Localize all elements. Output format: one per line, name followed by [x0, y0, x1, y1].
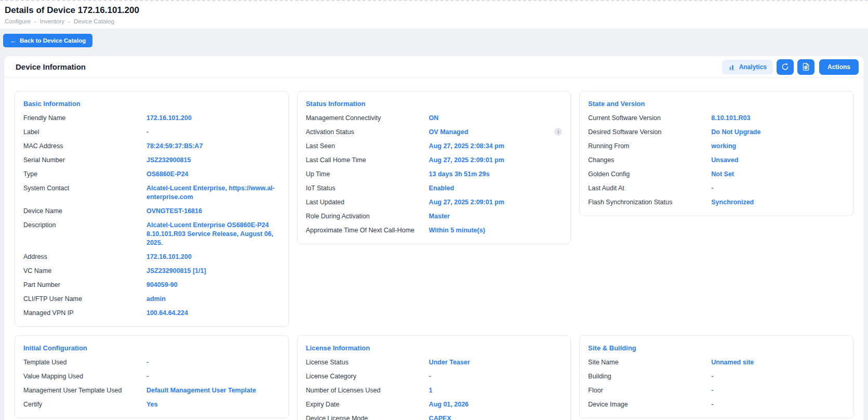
- export-download-button[interactable]: [797, 59, 814, 75]
- info-row: VC NameJSZ232900815 [1/1]: [23, 267, 280, 275]
- back-button-label: Back to Device Catalog: [20, 37, 86, 44]
- field-value: Aug 01, 2026: [429, 400, 563, 409]
- breadcrumb-item-device-catalog[interactable]: Device Catalog: [74, 18, 114, 25]
- page-header: Details of Device 172.16.101.200 Configu…: [0, 0, 868, 29]
- field-value: Aug 27, 2025 2:09:01 pm: [429, 156, 563, 165]
- info-row: Number of Licenses Used1: [306, 386, 563, 395]
- field-label: Last Call Home Time: [306, 156, 429, 165]
- field-label: Changes: [588, 156, 711, 165]
- info-row: Part Number904059-90: [23, 281, 280, 290]
- breadcrumb-item-inventory[interactable]: Inventory: [40, 18, 64, 25]
- field-value: Unsaved: [711, 156, 845, 165]
- info-icon[interactable]: i: [554, 128, 562, 136]
- field-value: -: [711, 184, 845, 193]
- card-rows: Friendly Name172.16.101.200Label-MAC Add…: [23, 114, 280, 318]
- info-row: ChangesUnsaved: [588, 156, 845, 165]
- info-row: Current Software Version8.10.101.R03: [588, 114, 845, 123]
- field-value: ON: [429, 114, 563, 123]
- info-row: Address172.16.101.200: [23, 253, 280, 261]
- field-value: -: [711, 386, 845, 395]
- info-card: Site & Building Site NameUnnamed siteBui…: [579, 335, 853, 418]
- field-value: -: [711, 400, 845, 409]
- field-label: Managed VPN IP: [23, 309, 146, 318]
- info-row: Building-: [588, 372, 845, 381]
- field-value: Yes: [146, 400, 280, 409]
- info-row: Value Mapping Used-: [23, 372, 280, 381]
- field-label: Description: [23, 221, 146, 230]
- field-value: Default Management User Template: [146, 386, 280, 395]
- field-value: -: [146, 358, 280, 367]
- card-title: Site & Building: [588, 344, 845, 352]
- field-label: Current Software Version: [588, 114, 711, 123]
- info-row: Desired Software VersionDo Not Upgrade: [588, 128, 845, 137]
- field-label: Golden Config: [588, 170, 711, 179]
- field-label: Number of Licenses Used: [306, 386, 429, 395]
- field-label: Last Audit At: [588, 184, 711, 193]
- info-row: IoT StatusEnabled: [306, 184, 563, 193]
- field-label: License Category: [306, 372, 429, 381]
- info-row: Up Time13 days 3h 51m 29s: [306, 170, 563, 179]
- field-value: Aug 27, 2025 2:08:34 pm: [429, 142, 563, 151]
- info-row: Golden ConfigNot Set: [588, 170, 845, 179]
- card-title: Status Information: [306, 99, 563, 108]
- card-title: Initial Configuration: [23, 344, 280, 352]
- info-card: License Information License StatusUnder …: [297, 335, 571, 420]
- back-to-device-catalog-button[interactable]: ← Back to Device Catalog: [3, 34, 92, 47]
- info-row: Device NameOVNGTEST-16816: [23, 207, 280, 216]
- field-value: -: [146, 128, 280, 137]
- field-value: Master: [429, 212, 563, 221]
- info-card: State and Version Current Software Versi…: [579, 91, 853, 216]
- info-row: System ContactAlcatel-Lucent Enterprise,…: [23, 184, 280, 202]
- field-value: CAPEX: [429, 414, 563, 420]
- field-value: JSZ232900815 [1/1]: [146, 267, 280, 275]
- field-label: Device Image: [588, 400, 711, 409]
- card-rows: Site NameUnnamed siteBuilding-Floor-Devi…: [588, 358, 845, 409]
- field-value: Aug 27, 2025 2:09:01 pm: [429, 198, 563, 207]
- field-value: working: [711, 142, 845, 151]
- cards-row-2: Initial Configuration Template Used-Valu…: [15, 335, 853, 420]
- field-value: 172.16.101.200: [146, 114, 280, 123]
- field-label: Approximate Time Of Next Call-Home: [306, 226, 429, 235]
- field-value: Synchronized: [711, 198, 845, 207]
- field-label: CLI/FTP User Name: [23, 295, 146, 304]
- field-value: JSZ232900815: [146, 156, 280, 165]
- field-label: Address: [23, 253, 146, 261]
- info-row: Template Used-: [23, 358, 280, 367]
- field-label: Building: [588, 372, 711, 381]
- field-value: 13 days 3h 51m 29s: [429, 170, 563, 179]
- analytics-button-label: Analytics: [739, 63, 767, 71]
- field-label: Serial Number: [23, 156, 146, 165]
- field-value: Not Set: [711, 170, 845, 179]
- field-label: Part Number: [23, 281, 146, 290]
- info-row: Last Call Home TimeAug 27, 2025 2:09:01 …: [306, 156, 563, 165]
- card-title: Basic Information: [23, 99, 280, 108]
- info-row: CLI/FTP User Nameadmin: [23, 295, 280, 304]
- field-label: IoT Status: [306, 184, 429, 193]
- analytics-button[interactable]: Analytics: [722, 60, 773, 74]
- field-label: Label: [23, 128, 146, 137]
- panel-toolbar: Analytics: [722, 59, 859, 75]
- actions-button[interactable]: Actions: [819, 59, 859, 75]
- field-value: Unnamed site: [711, 358, 845, 367]
- info-row: Serial NumberJSZ232900815: [23, 156, 280, 165]
- field-label: MAC Address: [23, 142, 146, 151]
- field-value: -: [146, 372, 280, 381]
- info-row: License StatusUnder Teaser: [306, 358, 563, 367]
- info-row: Site NameUnnamed site: [588, 358, 845, 367]
- breadcrumb-item-configure[interactable]: Configure: [5, 18, 31, 25]
- info-card: Basic Information Friendly Name172.16.10…: [15, 91, 289, 327]
- info-row: Friendly Name172.16.101.200: [23, 114, 280, 123]
- field-label: Certify: [23, 400, 146, 409]
- field-label: Desired Software Version: [588, 128, 711, 137]
- field-value: Under Teaser: [429, 358, 563, 367]
- card-rows: Current Software Version8.10.101.R03Desi…: [588, 114, 845, 207]
- field-value: 1: [429, 386, 563, 395]
- field-label: Template Used: [23, 358, 146, 367]
- card-rows: License StatusUnder TeaserLicense Catego…: [306, 358, 563, 420]
- field-value: OS6860E-P24: [146, 170, 280, 179]
- card-rows: Template Used-Value Mapping Used-Managem…: [23, 358, 280, 409]
- info-row: Approximate Time Of Next Call-HomeWithin…: [306, 226, 563, 235]
- info-row: Flash Synchronization StatusSynchronized: [588, 198, 845, 207]
- field-label: License Status: [306, 358, 429, 367]
- refresh-button[interactable]: [777, 59, 794, 75]
